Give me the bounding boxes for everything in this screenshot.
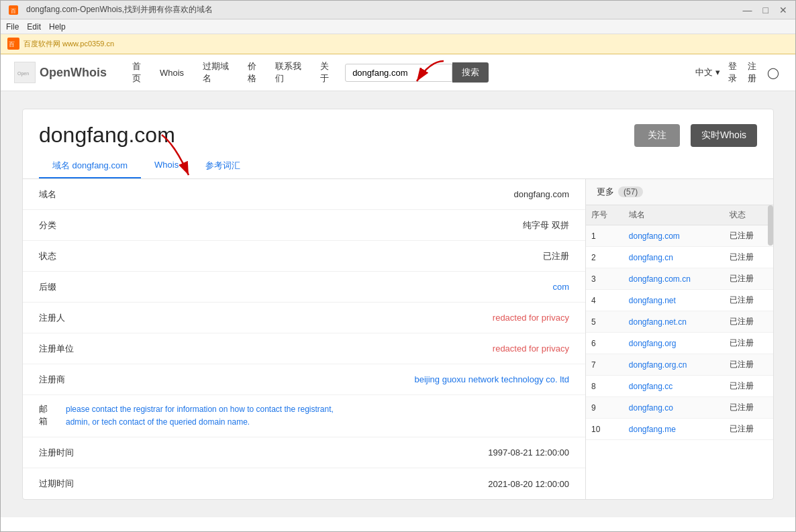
nav-search-input[interactable]	[345, 64, 452, 82]
follow-button[interactable]: 关注	[634, 124, 680, 147]
list-item: 7 dongfang.org.cn 已注册	[586, 354, 773, 376]
title-text: dongfang.com-OpenWhois,找到并拥有你喜欢的域名	[26, 4, 213, 15]
tab-glossary[interactable]: 参考词汇	[192, 154, 254, 178]
table-row: 域名 dongfang.com	[23, 179, 585, 210]
label-domain: 域名	[39, 189, 160, 201]
value-suffix[interactable]: com	[160, 282, 569, 292]
cell-no: 7	[586, 354, 624, 376]
cell-status: 已注册	[724, 333, 773, 354]
right-panel-table-container: 序号 域名 状态 1 dongfang.com 已注册 2 dongfang.c…	[586, 205, 773, 440]
cell-status: 已注册	[724, 376, 773, 397]
domain-header: dongfang.com 关注 实时Whois	[23, 109, 773, 154]
menu-edit[interactable]: Edit	[27, 22, 41, 32]
info-table: 域名 dongfang.com 分类 纯字母 双拼 状态 已注册	[23, 179, 585, 499]
cell-domain[interactable]: dongfang.cc	[624, 376, 725, 397]
table-row: 状态 已注册	[23, 241, 585, 272]
nav-lang-switch[interactable]: 中文 ▾	[695, 66, 720, 78]
nav-link-about[interactable]: 关于	[311, 54, 338, 91]
cell-status: 已注册	[724, 225, 773, 247]
cell-domain[interactable]: dongfang.net	[624, 290, 725, 311]
value-domain: dongfang.com	[160, 189, 569, 199]
cell-no: 10	[586, 419, 624, 440]
cell-domain[interactable]: dongfang.com	[624, 225, 725, 247]
nav-right: 中文 ▾ 登录 注册 ◯	[695, 59, 782, 86]
value-exp-date: 2021-08-20 12:00:00	[160, 479, 569, 489]
table-row-email: 邮箱 please contact the registrar for info…	[23, 395, 585, 437]
nav-register[interactable]: 注册	[745, 59, 759, 86]
list-item: 1 dongfang.com 已注册	[586, 225, 773, 247]
tab-domain[interactable]: 域名 dongfang.com	[39, 154, 141, 178]
value-reg-date: 1997-08-21 12:00:00	[160, 447, 569, 458]
main-area: dongfang.com 关注 实时Whois 域名 dongfang.com …	[1, 91, 795, 517]
right-panel-header: 更多 (57)	[586, 179, 773, 205]
maximize-btn[interactable]: □	[763, 5, 768, 15]
list-item: 10 dongfang.me 已注册	[586, 419, 773, 440]
label-email: 邮箱	[39, 403, 66, 427]
logo-area: Open OpenWhois	[14, 62, 107, 83]
table-row: 注册人 redacted for privacy	[23, 303, 585, 333]
menu-bar: File Edit Help	[1, 19, 795, 34]
cell-domain[interactable]: dongfang.net.cn	[624, 311, 725, 333]
cell-domain[interactable]: dongfang.me	[624, 419, 725, 440]
nav-links: 首页 Whois 过期域名 价格 联系我们 关于	[123, 54, 338, 91]
svg-text:百: 百	[9, 41, 15, 48]
nav-search-button[interactable]: 搜索	[452, 62, 489, 83]
cell-status: 已注册	[724, 247, 773, 268]
svg-text:Open: Open	[17, 71, 29, 76]
value-registrant[interactable]: redacted for privacy	[160, 313, 569, 323]
table-row: 分类 纯字母 双拼	[23, 210, 585, 241]
value-registrar[interactable]: beijing guoxu network technology co. ltd	[160, 374, 569, 384]
menu-file[interactable]: File	[6, 22, 19, 32]
cell-domain[interactable]: dongfang.com.cn	[624, 268, 725, 290]
list-item: 6 dongfang.org 已注册	[586, 333, 773, 354]
right-panel: 更多 (57) 序号 域名 状态	[585, 179, 773, 499]
tabs-row: 域名 dongfang.com Whois 参考词汇	[23, 154, 773, 179]
label-category: 分类	[39, 219, 160, 231]
logo-image: Open	[14, 62, 36, 83]
tab-whois[interactable]: Whois	[141, 154, 192, 178]
minimize-btn[interactable]: —	[743, 5, 752, 15]
domain-list-table: 序号 域名 状态 1 dongfang.com 已注册 2 dongfang.c…	[586, 205, 773, 440]
value-email: please contact the registrar for informa…	[66, 403, 569, 429]
cell-domain[interactable]: dongfang.org	[624, 333, 725, 354]
list-item: 8 dongfang.cc 已注册	[586, 376, 773, 397]
table-row: 后缀 com	[23, 272, 585, 303]
cell-domain[interactable]: dongfang.org.cn	[624, 354, 725, 376]
more-count: (57)	[618, 187, 643, 197]
nav-login[interactable]: 登录	[726, 59, 740, 86]
list-item: 2 dongfang.cn 已注册	[586, 247, 773, 268]
cell-status: 已注册	[724, 268, 773, 290]
close-btn[interactable]: ✕	[779, 5, 787, 15]
cell-no: 1	[586, 225, 624, 247]
table-row: 注册商 beijing guoxu network technology co.…	[23, 364, 585, 395]
content-body: 域名 dongfang.com 分类 纯字母 双拼 状态 已注册	[23, 179, 773, 499]
table-row: 过期时间 2021-08-20 12:00:00	[23, 468, 585, 499]
col-status: 状态	[724, 205, 773, 225]
cell-domain[interactable]: dongfang.co	[624, 397, 725, 419]
logo-text: OpenWhois	[40, 66, 107, 80]
realtime-whois-button[interactable]: 实时Whois	[691, 124, 757, 147]
nav-link-contact[interactable]: 联系我们	[266, 54, 311, 91]
cell-no: 8	[586, 376, 624, 397]
label-exp-date: 过期时间	[39, 478, 160, 490]
menu-help[interactable]: Help	[49, 22, 66, 32]
cell-domain[interactable]: dongfang.cn	[624, 247, 725, 268]
nav-link-expired[interactable]: 过期域名	[193, 54, 238, 91]
cell-no: 3	[586, 268, 624, 290]
cell-no: 4	[586, 290, 624, 311]
value-status: 已注册	[160, 250, 569, 262]
browser-frame: 百 dongfang.com-OpenWhois,找到并拥有你喜欢的域名 — □…	[0, 0, 796, 532]
scrollbar-thumb[interactable]	[768, 205, 773, 246]
watermark-text: 百度软件网 www.pc0359.cn	[23, 39, 114, 49]
nav-link-price[interactable]: 价格	[238, 54, 266, 91]
label-reg-date: 注册时间	[39, 447, 160, 459]
col-domain: 域名	[624, 205, 725, 225]
nav-bar: Open OpenWhois 首页 Whois 过期域名 价格 联系我们 关于 …	[1, 54, 795, 91]
label-suffix: 后缀	[39, 281, 160, 293]
nav-link-whois[interactable]: Whois	[150, 54, 193, 91]
value-registrant-org[interactable]: redacted for privacy	[160, 343, 569, 354]
nav-link-home[interactable]: 首页	[123, 54, 150, 91]
svg-text:百: 百	[11, 8, 16, 14]
favicon: 百	[9, 5, 18, 15]
github-icon[interactable]: ◯	[764, 65, 782, 81]
